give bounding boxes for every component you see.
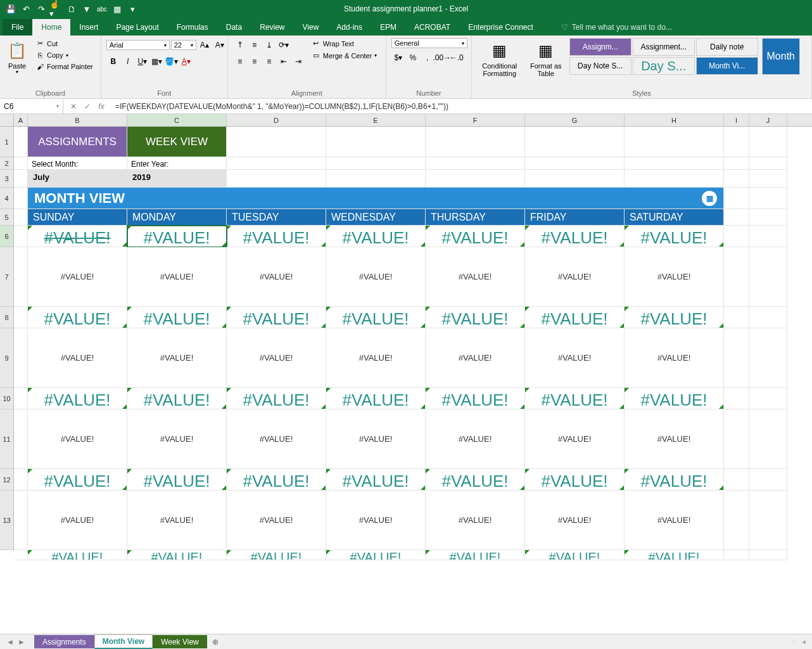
row-header[interactable]: 11 (0, 409, 14, 469)
cell[interactable] (749, 388, 787, 409)
cell[interactable]: #VALUE! (625, 550, 724, 560)
touch-icon[interactable]: ☝▾ (49, 2, 63, 16)
style-assignment[interactable]: Assignment... (633, 38, 695, 56)
cell[interactable] (724, 170, 749, 188)
cell-styles-gallery[interactable]: Assignm... Assignment... Daily note Day … (569, 38, 758, 75)
fx-icon[interactable]: fx (95, 102, 108, 111)
bold-button[interactable]: B (106, 55, 120, 68)
cell[interactable]: Select Month: (28, 157, 127, 170)
cell[interactable]: #VALUE! (28, 226, 127, 247)
cell[interactable] (724, 469, 749, 491)
cell[interactable] (14, 209, 28, 226)
orientation-icon[interactable]: ⟳▾ (277, 38, 291, 52)
cell[interactable]: #VALUE! (426, 409, 525, 469)
cell[interactable] (749, 157, 787, 170)
cell[interactable]: #VALUE! (127, 226, 227, 247)
cell[interactable] (625, 127, 724, 157)
row-header[interactable]: 2 (0, 157, 14, 170)
cell[interactable] (749, 491, 787, 550)
cell[interactable] (426, 157, 525, 170)
cell[interactable] (14, 491, 28, 550)
cell[interactable] (749, 170, 787, 188)
cell[interactable]: #VALUE! (227, 388, 326, 409)
row-header[interactable]: 3 (0, 170, 14, 188)
cell[interactable]: TUESDAY (227, 209, 326, 226)
cell[interactable] (749, 247, 787, 307)
style-daily-note[interactable]: Daily note (696, 38, 758, 56)
cancel-formula-icon[interactable]: ✕ (67, 102, 80, 111)
align-right-icon[interactable]: ≡ (262, 55, 276, 68)
cell[interactable]: #VALUE! (326, 226, 426, 247)
cell[interactable]: #VALUE! (28, 550, 127, 560)
thesaurus-icon[interactable]: ▦ (110, 2, 124, 16)
cell[interactable]: #VALUE! (625, 307, 724, 328)
cell[interactable] (749, 409, 787, 469)
cell[interactable] (14, 469, 28, 491)
cell[interactable] (525, 157, 625, 170)
cell[interactable]: #VALUE! (28, 388, 127, 409)
cell[interactable]: #VALUE! (426, 550, 525, 560)
cell[interactable] (227, 170, 326, 188)
cell[interactable]: #VALUE! (127, 307, 227, 328)
cell[interactable]: FRIDAY (525, 209, 625, 226)
cell[interactable] (525, 170, 625, 188)
select-all-corner[interactable] (0, 114, 14, 127)
cell[interactable] (724, 550, 749, 560)
cell[interactable]: #VALUE! (326, 469, 426, 491)
tab-addins[interactable]: Add-ins (327, 19, 371, 35)
border-button[interactable]: ▦▾ (150, 55, 164, 68)
cell[interactable]: #VALUE! (625, 388, 724, 409)
row-header[interactable]: 1 (0, 127, 14, 157)
cell[interactable] (14, 170, 28, 188)
cell[interactable]: #VALUE! (525, 409, 625, 469)
cell[interactable] (724, 157, 749, 170)
tell-me-search[interactable]: Tell me what you want to do... (561, 23, 672, 35)
year-input[interactable]: 2019 (127, 170, 226, 187)
cell[interactable]: #VALUE! (326, 247, 426, 307)
undo-icon[interactable]: ↶ (19, 2, 33, 16)
cell[interactable] (724, 209, 749, 226)
align-center-icon[interactable]: ≡ (248, 55, 262, 68)
cell[interactable]: #VALUE! (127, 247, 227, 307)
enter-formula-icon[interactable]: ✓ (81, 102, 94, 111)
font-size-dropdown[interactable]: 22▾ (171, 40, 196, 50)
cell[interactable] (14, 226, 28, 247)
number-format-dropdown[interactable]: General▾ (391, 38, 467, 48)
row-header[interactable]: 12 (0, 469, 14, 491)
tab-file[interactable]: File (3, 19, 32, 35)
increase-font-icon[interactable]: A▴ (198, 38, 212, 52)
cell[interactable]: SUNDAY (28, 209, 127, 226)
cell[interactable]: #VALUE! (426, 491, 525, 550)
cell[interactable]: #VALUE! (426, 226, 525, 247)
style-day-note-s[interactable]: Day Note S... (569, 57, 631, 75)
cell[interactable]: #VALUE! (227, 226, 326, 247)
tab-data[interactable]: Data (217, 19, 251, 35)
col-header[interactable]: J (749, 114, 787, 126)
format-painter-button[interactable]: 🖌Format Painter (33, 61, 96, 72)
cell[interactable]: #VALUE! (625, 226, 724, 247)
tab-page-layout[interactable]: Page Layout (107, 19, 167, 35)
cell[interactable] (14, 409, 28, 469)
cell[interactable]: #VALUE! (227, 550, 326, 560)
col-header[interactable]: C (127, 114, 227, 126)
row-header[interactable]: 7 (0, 247, 14, 307)
conditional-formatting-button[interactable]: ▦Conditional Formatting (477, 38, 523, 79)
cell[interactable] (749, 188, 787, 209)
font-color-button[interactable]: A▾ (179, 55, 193, 68)
cell[interactable]: #VALUE! (625, 409, 724, 469)
col-header[interactable]: G (525, 114, 625, 126)
cell[interactable]: #VALUE! (227, 469, 326, 491)
cell[interactable]: July (28, 170, 127, 188)
cell[interactable]: #VALUE! (625, 328, 724, 388)
cell[interactable] (749, 226, 787, 247)
cell[interactable]: #VALUE! (625, 247, 724, 307)
cell[interactable]: #VALUE! (227, 307, 326, 328)
style-month-view[interactable]: Month Vi... (696, 57, 758, 75)
cell[interactable]: #VALUE! (525, 307, 625, 328)
cell[interactable]: #VALUE! (426, 469, 525, 491)
increase-indent-icon[interactable]: ⇥ (291, 55, 305, 68)
cell[interactable] (724, 328, 749, 388)
row-header[interactable]: 8 (0, 307, 14, 328)
row-header[interactable]: 10 (0, 388, 14, 409)
cell[interactable]: THURSDAY (426, 209, 525, 226)
